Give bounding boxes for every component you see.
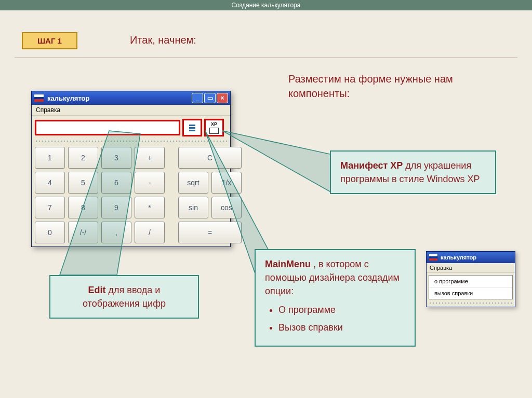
key-c[interactable]: C [178,147,242,169]
designer-grid-dots [429,301,513,305]
callout-xp-bold: Манифест XP [340,160,403,171]
callout-edit: Edit для ввода и отображения цифр [49,275,199,319]
minimize-button[interactable]: _ [192,93,203,103]
xpmanifest-component-icon[interactable]: XP [204,119,224,136]
maximize-button[interactable]: ▭ [204,93,216,103]
lead-text: Разместим на форме нужные нам компоненты… [288,72,486,101]
mini-window: калькулятор Справка о программе вызов сп… [426,251,515,307]
callout-mainmenu: MainMenu , в котором с помощью дизайнера… [255,249,416,347]
key-7[interactable]: 7 [35,197,65,218]
page-title: Создание калькулятора [0,0,532,10]
key-2[interactable]: 2 [68,147,98,169]
key-div[interactable]: / [135,222,165,243]
key-sqrt[interactable]: sqrt [178,172,208,194]
key-5[interactable]: 5 [68,172,98,194]
close-button[interactable]: × [217,93,228,103]
key-8[interactable]: 8 [68,197,98,218]
flag-icon [429,254,438,261]
titlebar: калькулятор _ ▭ × [32,91,230,105]
keypad: 1 2 3 + C 4 5 6 - sqrt 1/x 7 8 9 * sin c… [35,147,227,243]
key-comma[interactable]: , [101,222,131,243]
callout-edit-bold: Edit [88,285,106,295]
mini-title: калькулятор [441,254,476,260]
key-cos[interactable]: cos [211,197,242,218]
step-badge: ШАГ 1 [22,32,77,49]
menu-item-help[interactable]: вызов справки [429,287,512,299]
key-plus[interactable]: + [135,147,165,169]
mainmenu-component-icon[interactable] [182,119,202,136]
callout-mm-item: О программе [278,303,405,317]
key-minus[interactable]: - [135,172,165,194]
calculator-window: калькулятор _ ▭ × Справка XP 1 2 3 + [31,91,231,247]
callout-mm-item: Вызов справки [278,321,405,334]
edit-input[interactable] [35,120,180,135]
mini-dropdown: о программе вызов справки [429,275,513,299]
key-0[interactable]: 0 [35,222,65,243]
callout-mm-bold: MainMenu [265,259,311,269]
divider [15,57,517,58]
key-sin[interactable]: sin [178,197,208,218]
window-title: калькулятор [47,94,191,102]
designer-grid-dots [35,140,227,143]
mini-titlebar: калькулятор [427,252,515,263]
intro-text: Итак, начнем: [130,34,196,46]
key-inverse[interactable]: 1/x [211,172,242,194]
key-6[interactable]: 6 [101,172,131,194]
key-sign[interactable]: /-/ [68,222,98,243]
key-1[interactable]: 1 [35,147,65,169]
key-equals[interactable]: = [178,222,242,243]
key-9[interactable]: 9 [101,197,131,218]
callout-xpmanifest: Манифест XP для украшения программы в ст… [330,150,496,194]
menu-help[interactable]: Справка [32,105,230,116]
menu-item-about[interactable]: о программе [429,276,512,287]
key-4[interactable]: 4 [35,172,65,194]
mini-menu-help[interactable]: Справка [427,263,515,273]
key-mult[interactable]: * [135,197,165,218]
key-3[interactable]: 3 [101,147,131,169]
flag-icon [34,94,44,102]
